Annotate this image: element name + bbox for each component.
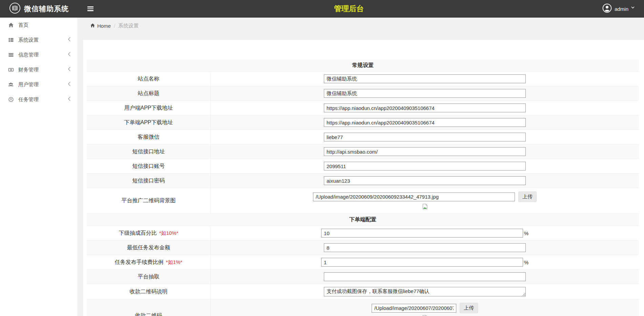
service-wechat-input[interactable] xyxy=(324,133,526,141)
percent-suffix: % xyxy=(524,259,528,265)
row-sms-api-url: 短信接口地址 xyxy=(87,144,639,159)
sms-api-url-input[interactable] xyxy=(324,147,526,156)
promo-qr-upload-button[interactable]: 上传 xyxy=(518,191,537,202)
money-icon xyxy=(7,67,14,72)
row-sms-password: 短信接口密码 xyxy=(87,174,639,188)
payment-qr-input[interactable] xyxy=(372,304,456,313)
sidebar-item-user-management[interactable]: 用户管理 xyxy=(0,77,78,92)
sidebar-toggle-button[interactable] xyxy=(85,4,96,13)
chevron-left-icon xyxy=(68,82,71,88)
field-label: 下级抽成百分比*如10%* xyxy=(87,226,211,240)
field-label: 客服微信 xyxy=(87,130,211,144)
list-icon xyxy=(7,52,14,58)
sms-account-input[interactable] xyxy=(324,162,526,171)
row-promo-qr-bg: 平台推广二维码背景图 上传 xyxy=(87,188,639,214)
field-label: 用户端APP下载地址 xyxy=(87,101,211,115)
field-label: 短信接口地址 xyxy=(87,144,211,159)
field-label: 收款二维码 xyxy=(87,299,211,316)
field-label: 收款二维码说明 xyxy=(87,284,211,299)
order-app-url-input[interactable] xyxy=(324,118,526,127)
section-header-order-config: 下单端配置 xyxy=(87,214,639,226)
brand-logo-icon xyxy=(9,2,21,15)
user-app-url-input[interactable] xyxy=(324,104,526,112)
row-site-name: 站点名称 xyxy=(87,72,639,86)
field-label: 短信接口账号 xyxy=(87,159,211,173)
home-icon xyxy=(90,23,95,29)
th-list-icon xyxy=(7,37,14,43)
row-min-task-amount: 最低任务发布金额 xyxy=(87,241,639,255)
chevron-left-icon xyxy=(68,96,71,103)
chevron-left-icon xyxy=(68,67,71,73)
brand-title: 微信辅助系统 xyxy=(24,4,69,14)
chevron-down-icon xyxy=(631,4,635,10)
row-user-app-url: 用户端APP下载地址 xyxy=(87,101,639,115)
field-label: 任务发布手续费比例*如1%* xyxy=(87,255,211,269)
row-commission-percent: 下级抽成百分比*如10%* % xyxy=(87,226,639,241)
svg-text:R: R xyxy=(10,98,12,101)
field-label: 下单端APP下载地址 xyxy=(87,115,211,130)
site-name-input[interactable] xyxy=(324,74,526,83)
percent-suffix: % xyxy=(524,230,528,236)
sidebar: 首页 系统设置 信息管理 xyxy=(0,18,78,316)
commission-percent-input[interactable] xyxy=(321,229,523,238)
row-payment-qr-desc: 收款二维码说明 支付成功截图保存，联系客服微信liebe77确认 xyxy=(87,284,639,299)
site-title-input[interactable] xyxy=(324,89,526,98)
row-task-fee-percent: 任务发布手续费比例*如1%* % xyxy=(87,255,639,270)
home-icon xyxy=(7,22,14,28)
username-label: admin xyxy=(615,6,628,12)
settings-card: 常规设置 站点名称 站点标题 用户端APP下载地址 下单端APP下载地址 客服微… xyxy=(83,40,644,316)
broken-image-icon xyxy=(422,204,428,211)
payment-qr-upload-button[interactable]: 上传 xyxy=(460,303,478,313)
row-sms-account: 短信接口账号 xyxy=(87,159,639,174)
registered-icon: R xyxy=(7,97,14,102)
user-menu[interactable]: admin xyxy=(602,3,635,14)
sidebar-item-info-management[interactable]: 信息管理 xyxy=(0,47,78,62)
platform-cut-input[interactable] xyxy=(324,272,526,281)
breadcrumb: Home / 系统设置 xyxy=(78,18,644,34)
breadcrumb-separator: / xyxy=(114,23,115,29)
chevron-left-icon xyxy=(68,52,71,58)
breadcrumb-home-link[interactable]: Home xyxy=(90,23,111,29)
row-service-wechat: 客服微信 xyxy=(87,130,639,144)
field-hint: *如10%* xyxy=(159,230,179,236)
task-fee-percent-input[interactable] xyxy=(321,258,523,267)
sidebar-item-system-settings[interactable]: 系统设置 xyxy=(0,32,78,47)
row-platform-cut: 平台抽取 xyxy=(87,270,639,284)
top-bar: 微信辅助系统 管理后台 admin xyxy=(0,0,644,18)
promo-qr-bg-input[interactable] xyxy=(313,193,515,201)
field-label: 平台推广二维码背景图 xyxy=(87,188,211,213)
min-task-amount-input[interactable] xyxy=(324,243,526,252)
field-label: 站点名称 xyxy=(87,72,211,86)
users-icon xyxy=(7,82,14,87)
payment-qr-desc-textarea[interactable]: 支付成功截图保存，联系客服微信liebe77确认 xyxy=(324,287,526,296)
field-label: 站点标题 xyxy=(87,86,211,100)
field-label: 平台抽取 xyxy=(87,270,211,284)
sidebar-item-task-management[interactable]: R 任务管理 xyxy=(0,92,78,107)
brand-link[interactable]: 微信辅助系统 xyxy=(0,2,78,15)
section-header-general: 常规设置 xyxy=(87,60,639,72)
row-payment-qr: 收款二维码 上传 xyxy=(87,299,639,316)
sidebar-item-home[interactable]: 首页 xyxy=(0,18,78,32)
field-label: 短信接口密码 xyxy=(87,174,211,188)
field-hint: *如1%* xyxy=(166,259,182,266)
user-avatar-icon xyxy=(602,3,612,14)
field-label: 最低任务发布金额 xyxy=(87,241,211,255)
breadcrumb-current: 系统设置 xyxy=(118,23,139,29)
chevron-left-icon xyxy=(68,37,71,43)
sms-password-input[interactable] xyxy=(324,176,526,185)
row-site-title: 站点标题 xyxy=(87,86,639,101)
main-content: Home / 系统设置 常规设置 站点名称 站点标题 用户端APP下载地址 xyxy=(78,18,644,316)
page-title: 管理后台 xyxy=(96,4,602,14)
row-order-app-url: 下单端APP下载地址 xyxy=(87,115,639,130)
sidebar-item-finance-management[interactable]: 财务管理 xyxy=(0,62,78,77)
